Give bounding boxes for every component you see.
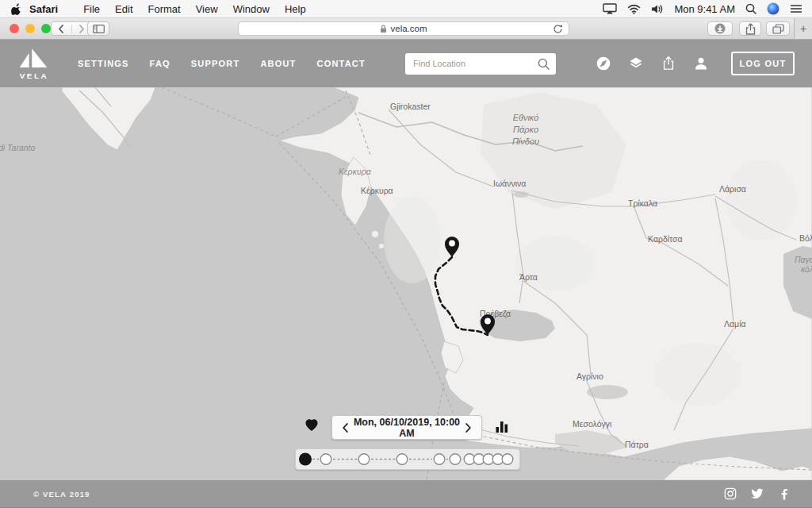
menu-file[interactable]: File — [83, 3, 100, 15]
brand-text: VELA — [20, 72, 49, 80]
twitter-icon[interactable] — [751, 487, 764, 500]
site-header: VELA SETTINGSFAQSUPPORTABOUTCONTACT LOG … — [0, 40, 812, 87]
volume-icon[interactable] — [651, 4, 664, 14]
search-input[interactable] — [405, 53, 556, 75]
timeline-dot-active[interactable] — [300, 453, 312, 465]
date-label: Mon, 06/10/2019, 10:00 AM — [348, 417, 465, 439]
location-search — [405, 53, 556, 75]
timeline — [295, 448, 520, 470]
map-label: Κέρκυρα — [361, 186, 393, 195]
timeline-dot[interactable] — [358, 454, 370, 465]
heart-icon[interactable] — [304, 418, 319, 432]
apple-menu-icon[interactable] — [11, 3, 21, 15]
sailboat-icon — [18, 47, 50, 71]
menu-safari[interactable]: Safari — [29, 3, 58, 15]
close-window-button[interactable] — [10, 24, 19, 33]
browser-toolbar: vela.com + — [0, 18, 812, 40]
map-label: Αγρίνιο — [576, 371, 603, 381]
wifi-icon[interactable] — [627, 4, 641, 14]
menu-window[interactable]: Window — [233, 3, 270, 15]
instagram-icon[interactable] — [724, 487, 737, 500]
menubar-items: SafariFileEditFormatViewWindowHelp — [29, 3, 321, 15]
map-label: Λάρισα — [719, 184, 746, 194]
nav-about[interactable]: ABOUT — [260, 59, 296, 68]
map-label: Πίνδου — [512, 137, 539, 146]
address-bar[interactable]: vela.com — [238, 21, 569, 36]
screen: SafariFileEditFormatViewWindowHelp Mon 9… — [0, 0, 812, 508]
map-label: Εθνικό — [513, 113, 539, 122]
back-button[interactable] — [52, 25, 71, 33]
spotlight-search-icon[interactable] — [745, 3, 756, 14]
map-label: Βόλος — [799, 233, 812, 243]
menubar-clock[interactable]: Mon 9:41 AM — [674, 3, 735, 15]
map-label: Άρτα — [519, 272, 538, 282]
macos-menubar: SafariFileEditFormatViewWindowHelp Mon 9… — [0, 0, 812, 18]
menu-edit[interactable]: Edit — [115, 3, 132, 15]
map-label: Λαμία — [724, 319, 746, 329]
airplay-icon[interactable] — [603, 3, 617, 14]
map-label: Πάρκο — [513, 125, 538, 134]
map-label: Μεσολόγγι — [573, 419, 612, 429]
minimize-window-button[interactable] — [25, 24, 35, 33]
menu-help[interactable]: Help — [285, 3, 306, 15]
user-icon[interactable] — [693, 56, 709, 71]
map-label: Gjirokaster — [390, 102, 431, 111]
nav-support[interactable]: SUPPORT — [191, 59, 240, 68]
downloads-button[interactable] — [707, 21, 733, 36]
menubar-status-area: Mon 9:41 AM — [603, 2, 802, 15]
sidebar-toggle-button[interactable] — [87, 21, 109, 36]
timeline-dot[interactable] — [502, 454, 513, 465]
siri-icon[interactable] — [767, 2, 779, 15]
social-links — [724, 487, 791, 500]
nav-contact[interactable]: CONTACT — [317, 59, 366, 68]
notification-center-icon[interactable] — [790, 4, 802, 13]
map-label: Πάτρα — [625, 440, 649, 449]
export-icon[interactable] — [661, 56, 676, 71]
lock-icon — [380, 25, 387, 33]
tab-overview-button[interactable] — [766, 21, 790, 36]
header-action-icons — [596, 56, 709, 71]
chevron-left-icon[interactable] — [343, 423, 348, 433]
share-button[interactable] — [739, 21, 761, 36]
search-icon[interactable] — [538, 58, 550, 73]
map-label: Κέρκυρα — [339, 167, 372, 176]
bar-chart-icon[interactable] — [496, 421, 508, 433]
chevron-right-icon[interactable] — [465, 423, 471, 433]
url-text: vela.com — [390, 24, 427, 33]
map-label: κόλπος — [801, 264, 812, 275]
timeline-dot[interactable] — [396, 454, 408, 465]
menu-format[interactable]: Format — [148, 3, 181, 15]
site-nav: SETTINGSFAQSUPPORTABOUTCONTACT — [78, 59, 366, 68]
site-footer: © VELA 2019 — [0, 480, 812, 508]
timeline-dot[interactable] — [434, 454, 445, 465]
map-label: Καρδίτσα — [648, 234, 683, 244]
logout-button[interactable]: LOG OUT — [731, 52, 795, 75]
timeline-dot[interactable] — [320, 454, 331, 465]
layers-icon[interactable] — [628, 56, 644, 71]
compass-icon[interactable] — [596, 56, 611, 71]
map-label: Τρίκαλα — [628, 198, 657, 208]
menu-view[interactable]: View — [196, 3, 218, 15]
new-tab-button[interactable]: + — [794, 18, 812, 39]
nav-settings[interactable]: SETTINGS — [78, 59, 129, 68]
refresh-icon[interactable] — [553, 24, 563, 36]
copyright-text: © VELA 2019 — [33, 490, 90, 498]
map-label: di Taranto — [0, 143, 35, 152]
timeline-dot[interactable] — [450, 454, 461, 465]
map-label: Ιωάννινα — [493, 179, 526, 188]
nav-faq[interactable]: FAQ — [150, 59, 170, 68]
zoom-window-button[interactable] — [41, 24, 51, 33]
vela-logo[interactable]: VELA — [16, 47, 52, 80]
facebook-icon[interactable] — [778, 487, 791, 500]
history-nav-group — [51, 21, 92, 36]
map[interactable]: di TarantoGjirokasterΕθνικόΠάρκοΠίνδουΚέ… — [0, 87, 812, 480]
date-navigator: Mon, 06/10/2019, 10:00 AM — [331, 415, 482, 440]
